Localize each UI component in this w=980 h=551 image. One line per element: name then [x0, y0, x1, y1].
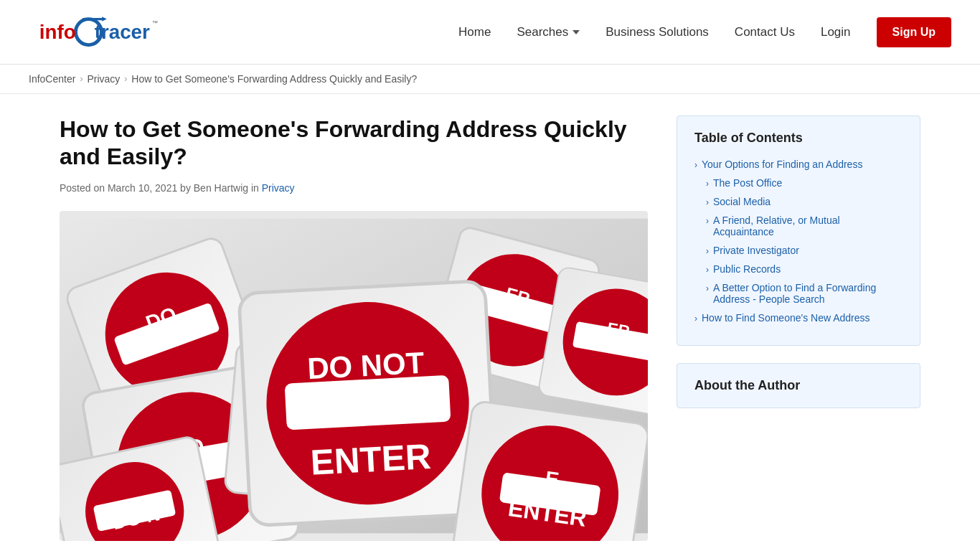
chevron-down-icon: [573, 30, 580, 34]
svg-text:info: info: [39, 21, 76, 43]
svg-text:DO NOT: DO NOT: [306, 346, 425, 385]
about-author-title: About the Author: [694, 378, 903, 393]
page-content: How to Get Someone's Forwarding Address …: [31, 94, 949, 551]
toc-box: Table of Contents › Your Options for Fin…: [677, 116, 920, 346]
toc-item-8: › How to Find Someone's New Address: [694, 312, 903, 324]
toc-item-1: › Your Options for Finding an Address: [694, 159, 903, 170]
breadcrumb-sep-1: ›: [80, 74, 83, 84]
breadcrumb-sep-2: ›: [124, 74, 127, 84]
toc-link-7[interactable]: › A Better Option to Find a Forwarding A…: [706, 282, 903, 305]
svg-text:ER: ER: [606, 319, 631, 341]
toc-arrow-icon: ›: [694, 314, 697, 324]
sidebar: Table of Contents › Your Options for Fin…: [677, 116, 920, 541]
toc-list: › Your Options for Finding an Address › …: [694, 159, 903, 324]
toc-arrow-icon: ›: [706, 179, 709, 189]
toc-item-2: › The Post Office: [706, 177, 903, 189]
about-author-box: About the Author: [677, 363, 920, 408]
toc-link-6[interactable]: › Public Records: [706, 263, 903, 275]
article-meta: Posted on March 10, 2021 by Ben Hartwig …: [60, 182, 648, 194]
site-header: info tracer ™ Home Searches Business Sol…: [0, 0, 980, 65]
toc-link-4[interactable]: › A Friend, Relative, or Mutual Acquaint…: [706, 215, 903, 237]
nav-home[interactable]: Home: [458, 25, 491, 39]
logo-image: info tracer ™: [29, 11, 158, 54]
nav-business-solutions[interactable]: Business Solutions: [606, 25, 709, 39]
toc-link-1[interactable]: › Your Options for Finding an Address: [694, 159, 903, 170]
toc-arrow-icon: ›: [706, 246, 709, 256]
toc-link-5[interactable]: › Private Investigator: [706, 245, 903, 256]
toc-arrow-icon: ›: [706, 283, 709, 293]
nav-login[interactable]: Login: [821, 25, 851, 39]
svg-text:tracer: tracer: [95, 21, 150, 43]
toc-link-8[interactable]: › How to Find Someone's New Address: [694, 312, 903, 324]
toc-link-2[interactable]: › The Post Office: [706, 177, 903, 189]
toc-title: Table of Contents: [694, 131, 903, 146]
toc-arrow-icon: ›: [706, 265, 709, 275]
main-nav: Home Searches Business Solutions Contact…: [458, 17, 951, 47]
breadcrumb-infocenter[interactable]: InfoCenter: [29, 73, 75, 85]
toc-item-3: › Social Media: [706, 196, 903, 207]
article-title: How to Get Someone's Forwarding Address …: [60, 116, 648, 171]
article-category-link[interactable]: Privacy: [262, 182, 295, 194]
toc-link-3[interactable]: › Social Media: [706, 196, 903, 207]
nav-searches[interactable]: Searches: [517, 25, 580, 39]
main-article: How to Get Someone's Forwarding Address …: [60, 116, 648, 541]
toc-arrow-icon: ›: [694, 160, 697, 170]
logo[interactable]: info tracer ™: [29, 11, 158, 54]
nav-contact-us[interactable]: Contact Us: [735, 25, 795, 39]
toc-item-5: › Private Investigator: [706, 245, 903, 256]
article-image: DO ER ER: [60, 211, 648, 541]
breadcrumb-privacy[interactable]: Privacy: [87, 73, 120, 85]
do-not-enter-svg: DO ER ER: [60, 211, 648, 541]
breadcrumb: InfoCenter › Privacy › How to Get Someon…: [0, 65, 980, 94]
toc-arrow-icon: ›: [706, 216, 709, 226]
toc-item-6: › Public Records: [706, 263, 903, 275]
svg-text:™: ™: [152, 19, 158, 26]
breadcrumb-current: How to Get Someone's Forwarding Address …: [131, 73, 417, 85]
toc-arrow-icon: ›: [706, 197, 709, 207]
signup-button[interactable]: Sign Up: [877, 17, 951, 47]
svg-text:ENTER: ENTER: [309, 436, 432, 483]
toc-item-7: › A Better Option to Find a Forwarding A…: [706, 282, 903, 305]
toc-item-4: › A Friend, Relative, or Mutual Acquaint…: [706, 215, 903, 237]
